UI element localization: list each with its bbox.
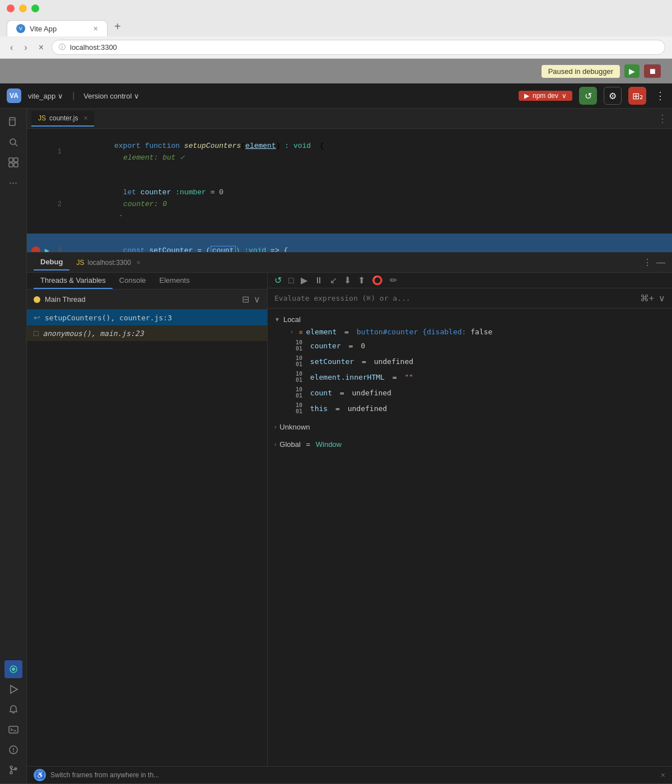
execution-arrow: ▶ xyxy=(43,245,54,252)
forward-button[interactable]: › xyxy=(21,41,30,54)
var-this: 1001 this = undefined xyxy=(274,400,665,416)
url-text: localhost:3300 xyxy=(70,43,117,52)
thread-expand-button[interactable]: ∨ xyxy=(254,294,260,305)
var-counter: 1001 counter = 0 xyxy=(274,338,665,353)
var-count: 1001 count = undefined xyxy=(274,385,665,400)
traffic-red[interactable] xyxy=(7,4,15,12)
var-local-section: ▼ Local › ≡ element = button#counter {di… xyxy=(268,311,672,418)
code-line-3: ▶ 3 const setCounter = (count) :void => … xyxy=(27,234,672,252)
run-selector[interactable]: ▶ npm dev ∨ xyxy=(519,91,572,101)
var-local-header[interactable]: ▼ Local xyxy=(274,313,665,326)
console-tool-step-over[interactable]: ↙ xyxy=(330,275,337,286)
breakpoint-dot[interactable] xyxy=(31,246,40,252)
project-arrow: ∨ xyxy=(58,92,63,100)
sidebar-icon-run[interactable] xyxy=(4,680,22,698)
breakpoint-indicator[interactable] xyxy=(31,246,43,252)
svg-marker-8 xyxy=(11,685,17,693)
subtab-threads[interactable]: Threads & Variables xyxy=(34,273,113,289)
sidebar-icon-problems[interactable] xyxy=(4,741,22,759)
console-tool-step-out[interactable]: ⬆ xyxy=(358,275,365,286)
console-tool-record[interactable]: ⭕ xyxy=(372,275,383,286)
sidebar-icon-files[interactable] xyxy=(4,113,22,131)
var-name-setcounter: setCounter xyxy=(306,357,354,366)
var-eq-innerhtml: = xyxy=(388,373,401,381)
sidebar-icon-notifications[interactable] xyxy=(4,701,22,718)
run-label: npm dev xyxy=(533,92,558,100)
call-frame-setup-counters[interactable]: ↩ setupCounters(), counter.js:3 xyxy=(27,310,267,325)
console-input-field[interactable] xyxy=(274,294,636,302)
console-action-expand[interactable]: ∨ xyxy=(659,293,665,304)
resume-button[interactable]: ▶ xyxy=(624,64,640,78)
variables-panel: ▼ Local › ≡ element = button#counter {di… xyxy=(268,309,672,766)
favicon-letter: V xyxy=(19,26,22,31)
editor-tab-counter[interactable]: JS counter.js × xyxy=(31,111,94,127)
bug-button[interactable]: ⚙ xyxy=(604,87,622,105)
local-section-label: Local xyxy=(283,315,301,324)
subtab-elements[interactable]: Elements xyxy=(153,273,197,289)
sidebar-icon-extensions[interactable] xyxy=(4,153,22,171)
svg-rect-6 xyxy=(14,163,18,167)
stop-button[interactable]: ⏹ xyxy=(644,64,661,78)
layout-button[interactable]: ⊞₂ xyxy=(628,87,646,105)
call-frame-anonymous[interactable]: □ anonymous(), main.js:23 xyxy=(27,325,267,341)
var-unknown-header[interactable]: › Unknown xyxy=(274,421,665,433)
sidebar-icon-search[interactable] xyxy=(4,133,22,151)
ide-toolbar: VA vite_app ∨ | Version control ∨ ▶ npm … xyxy=(0,83,672,109)
project-selector[interactable]: vite_app ∨ xyxy=(28,92,63,100)
sidebar-icon-git[interactable] xyxy=(4,761,22,779)
sidebar-icon-terminal[interactable] xyxy=(4,721,22,739)
debug-tab-debug[interactable]: Debug xyxy=(34,254,69,270)
console-tool-step-into[interactable]: ⬇ xyxy=(344,275,351,286)
back-button[interactable]: ‹ xyxy=(7,41,16,54)
url-field[interactable]: ⓘ localhost:3300 xyxy=(52,40,665,55)
console-input-area: ⌘+ ∨ xyxy=(268,288,672,309)
local-expand-arrow: ▼ xyxy=(274,316,280,323)
unknown-section-label: Unknown xyxy=(279,423,310,431)
console-tool-refresh[interactable]: ↺ xyxy=(274,275,282,286)
var-value-this: undefined xyxy=(348,404,387,413)
debug-content: Threads & Variables Console Elements Mai… xyxy=(27,273,672,766)
svg-point-13 xyxy=(13,752,14,753)
traffic-green[interactable] xyxy=(31,4,39,12)
localhost-tab-close[interactable]: × xyxy=(137,259,141,267)
editor-tab-close[interactable]: × xyxy=(83,114,87,122)
svg-line-2 xyxy=(15,144,17,146)
traffic-yellow[interactable] xyxy=(19,4,27,12)
console-tool-clear[interactable]: □ xyxy=(288,276,294,286)
js-file-icon: JS xyxy=(38,114,46,122)
svg-rect-3 xyxy=(9,158,13,162)
var-global-header[interactable]: › Global = Window xyxy=(274,438,665,451)
debug-menu-button[interactable]: ⋮ xyxy=(643,257,652,268)
status-icon[interactable]: ♿ xyxy=(34,769,46,781)
run-arrow: ∨ xyxy=(562,92,567,100)
tab-close-button[interactable]: × xyxy=(94,24,98,33)
stop-button[interactable]: × xyxy=(35,41,47,54)
var-value-innerhtml: "" xyxy=(404,373,413,381)
console-tool-pause[interactable]: ⏸ xyxy=(314,276,323,286)
subtab-console[interactable]: Console xyxy=(113,273,153,289)
more-button[interactable]: ⋮ xyxy=(655,90,665,102)
var-value-element: button#counter {disabled: false xyxy=(357,328,493,336)
var-innerhtml: 1001 element.innerHTML = "" xyxy=(274,369,665,385)
sidebar-icon-more[interactable]: ··· xyxy=(4,174,22,192)
console-action-cmd[interactable]: ⌘+ xyxy=(640,293,654,304)
thread-filter-button[interactable]: ⊟ xyxy=(242,294,249,305)
debug-tab-localhost[interactable]: JS localhost:3300 × xyxy=(69,256,147,269)
sidebar-icon-debug[interactable] xyxy=(4,660,22,678)
var-eq-element: = xyxy=(340,328,353,336)
var-global-section: › Global = Window xyxy=(268,436,672,453)
ide-logo[interactable]: VA xyxy=(7,88,21,103)
browser-tab-active[interactable]: V Vite App × xyxy=(7,20,108,36)
new-tab-button[interactable]: + xyxy=(108,17,128,36)
status-close-button[interactable]: × xyxy=(661,771,665,780)
console-tool-edit[interactable]: ✏ xyxy=(390,275,397,286)
vcs-selector[interactable]: Version control ∨ xyxy=(83,92,139,100)
line-num-1: 1 xyxy=(54,147,71,157)
editor-menu-button[interactable]: ⋮ xyxy=(657,113,668,125)
refresh-button[interactable]: ↺ xyxy=(579,87,597,105)
var-icon-this: 1001 xyxy=(296,402,302,414)
console-tool-resume[interactable]: ▶ xyxy=(301,275,307,286)
debug-minimize-button[interactable]: — xyxy=(656,258,665,268)
element-expand[interactable]: › xyxy=(290,329,293,335)
var-element[interactable]: › ≡ element = button#counter {disabled: … xyxy=(274,326,665,338)
